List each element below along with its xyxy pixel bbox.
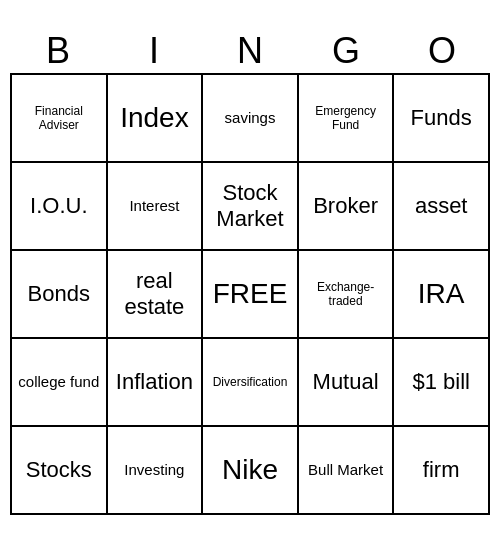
cell-r3-c4: $1 bill [394,339,490,427]
cell-r4-c0: Stocks [12,427,108,515]
header-n: N [202,29,298,73]
bingo-header: B I N G O [10,29,490,73]
cell-r1-c3: Broker [299,163,395,251]
bingo-grid: Financial AdviserIndexsavingsEmergency F… [10,73,490,515]
cell-text-r4-c2: Nike [222,453,278,487]
cell-r3-c1: Inflation [108,339,204,427]
cell-r4-c2: Nike [203,427,299,515]
cell-r0-c0: Financial Adviser [12,75,108,163]
cell-r0-c1: Index [108,75,204,163]
cell-text-r0-c0: Financial Adviser [16,104,102,133]
cell-text-r1-c1: Interest [129,197,179,215]
cell-text-r4-c4: firm [423,457,460,483]
cell-text-r2-c1: real estate [112,268,198,321]
cell-r4-c1: Investing [108,427,204,515]
cell-text-r3-c3: Mutual [313,369,379,395]
cell-text-r3-c4: $1 bill [412,369,469,395]
cell-text-r0-c2: savings [225,109,276,127]
cell-r2-c0: Bonds [12,251,108,339]
cell-text-r1-c2: Stock Market [207,180,293,233]
bingo-board: B I N G O Financial AdviserIndexsavingsE… [10,29,490,515]
cell-text-r0-c1: Index [120,101,189,135]
cell-text-r1-c0: I.O.U. [30,193,87,219]
header-i: I [106,29,202,73]
cell-text-r2-c3: Exchange-traded [303,280,389,309]
cell-r2-c4: IRA [394,251,490,339]
cell-r3-c2: Diversification [203,339,299,427]
cell-r0-c4: Funds [394,75,490,163]
cell-r2-c2: FREE [203,251,299,339]
cell-text-r0-c4: Funds [411,105,472,131]
cell-r1-c0: I.O.U. [12,163,108,251]
cell-r4-c4: firm [394,427,490,515]
cell-text-r2-c4: IRA [418,277,465,311]
cell-text-r2-c2: FREE [213,277,288,311]
cell-text-r3-c1: Inflation [116,369,193,395]
cell-text-r1-c4: asset [415,193,468,219]
cell-r2-c3: Exchange-traded [299,251,395,339]
cell-r1-c2: Stock Market [203,163,299,251]
cell-r3-c3: Mutual [299,339,395,427]
cell-r4-c3: Bull Market [299,427,395,515]
cell-text-r4-c3: Bull Market [308,461,383,479]
cell-text-r4-c1: Investing [124,461,184,479]
cell-r3-c0: college fund [12,339,108,427]
cell-text-r0-c3: Emergency Fund [303,104,389,133]
cell-r0-c2: savings [203,75,299,163]
cell-r2-c1: real estate [108,251,204,339]
cell-r0-c3: Emergency Fund [299,75,395,163]
cell-text-r2-c0: Bonds [28,281,90,307]
cell-text-r1-c3: Broker [313,193,378,219]
header-o: O [394,29,490,73]
header-g: G [298,29,394,73]
cell-text-r3-c2: Diversification [213,375,288,389]
cell-text-r4-c0: Stocks [26,457,92,483]
header-b: B [10,29,106,73]
cell-r1-c4: asset [394,163,490,251]
cell-text-r3-c0: college fund [18,373,99,391]
cell-r1-c1: Interest [108,163,204,251]
